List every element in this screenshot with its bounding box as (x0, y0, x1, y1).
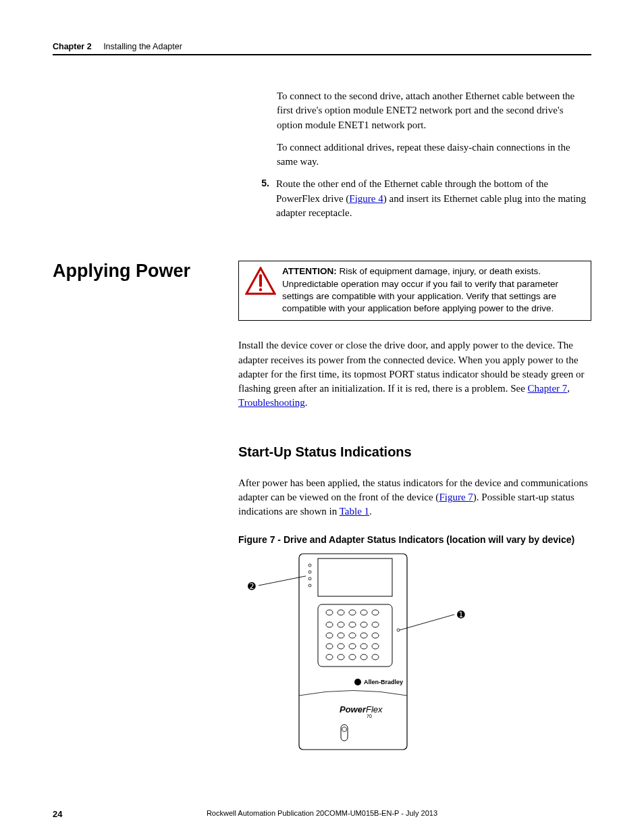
svg-point-6 (308, 577, 311, 580)
attention-text: ATTENTION: Risk of equipment damage, inj… (282, 261, 591, 320)
subsection-heading: Start-Up Status Indications (238, 444, 591, 460)
svg-point-2 (259, 288, 262, 291)
svg-point-15 (326, 622, 333, 627)
section-body: Install the device cover or close the dr… (238, 338, 591, 410)
svg-point-4 (308, 564, 311, 567)
chapter-label: Chapter 2 (53, 42, 92, 51)
table-1-link[interactable]: Table 1 (340, 506, 369, 517)
svg-rect-9 (318, 604, 392, 667)
svg-point-10 (326, 610, 333, 615)
svg-point-35 (397, 629, 400, 631)
svg-point-29 (372, 644, 379, 649)
callout-1: ➊ (457, 609, 465, 620)
svg-text:PowerFlex: PowerFlex (340, 704, 383, 714)
svg-point-19 (372, 622, 379, 627)
svg-point-26 (338, 644, 344, 649)
svg-point-22 (349, 633, 356, 638)
svg-point-13 (360, 610, 367, 615)
callout-2: ➋ (248, 581, 256, 592)
brand-allen-bradley: Allen-Bradley (364, 679, 403, 685)
svg-point-21 (338, 633, 344, 638)
subsection-body: After power has been applied, the status… (238, 476, 591, 519)
svg-point-14 (372, 610, 379, 615)
svg-point-5 (308, 571, 311, 573)
text: . (305, 397, 308, 408)
svg-point-20 (326, 633, 333, 638)
chapter-7-link[interactable]: Chapter 7 (528, 383, 568, 394)
publication-info: Rockwell Automation Publication 20COMM-U… (53, 809, 591, 817)
chapter-title: Installing the Adapter (103, 42, 182, 51)
svg-point-31 (338, 654, 344, 660)
svg-point-11 (338, 610, 344, 615)
svg-point-25 (326, 644, 333, 649)
svg-point-12 (349, 610, 356, 615)
step-list: 5. Route the other end of the Ethernet c… (250, 177, 591, 220)
step-number: 5. (250, 177, 276, 220)
text: . (369, 506, 372, 517)
svg-point-17 (349, 622, 356, 627)
svg-point-24 (372, 633, 379, 638)
page-footer: 24 Rockwell Automation Publication 20COM… (53, 809, 591, 819)
brand-powerflex-a: Power (340, 704, 367, 714)
svg-text:70: 70 (367, 714, 372, 719)
figure-caption: Figure 7 - Drive and Adapter Status Indi… (238, 534, 591, 545)
svg-point-18 (360, 622, 367, 627)
svg-point-40 (342, 727, 347, 731)
attention-label: ATTENTION: (282, 266, 337, 276)
svg-point-30 (326, 654, 333, 660)
svg-point-28 (360, 644, 367, 649)
attention-icon (239, 261, 282, 320)
intro-paragraphs: To connect to the second drive, attach a… (277, 89, 591, 169)
step-text: Route the other end of the Ethernet cabl… (276, 177, 591, 220)
paragraph: To connect to the second drive, attach a… (277, 89, 591, 132)
section-title: Applying Power (53, 261, 238, 321)
attention-box: ATTENTION: Risk of equipment damage, inj… (238, 261, 591, 321)
brand-powerflex-b: Flex (366, 704, 383, 714)
troubleshooting-link[interactable]: Troubleshooting (238, 397, 305, 408)
svg-point-34 (372, 654, 379, 660)
paragraph: To connect additional drives, repeat the… (277, 140, 591, 170)
figure-7-diagram: Allen-Bradley PowerFlex 70 ➋ ➊ (238, 550, 488, 756)
svg-point-36 (354, 679, 361, 685)
svg-line-42 (400, 615, 454, 630)
svg-point-32 (349, 654, 356, 660)
svg-rect-3 (299, 554, 407, 750)
svg-point-16 (338, 622, 344, 627)
svg-point-23 (360, 633, 367, 638)
svg-point-33 (360, 654, 367, 660)
svg-rect-8 (318, 558, 392, 596)
svg-point-27 (349, 644, 356, 649)
page-header: Chapter 2 Installing the Adapter (53, 42, 591, 55)
step-5: 5. Route the other end of the Ethernet c… (250, 177, 591, 220)
svg-point-7 (308, 584, 311, 587)
figure-4-link[interactable]: Figure 4 (349, 193, 383, 204)
figure-7-link[interactable]: Figure 7 (439, 492, 473, 502)
applying-power-section: Applying Power ATTENTION: Risk of equipm… (53, 261, 591, 321)
text: , (567, 383, 570, 394)
